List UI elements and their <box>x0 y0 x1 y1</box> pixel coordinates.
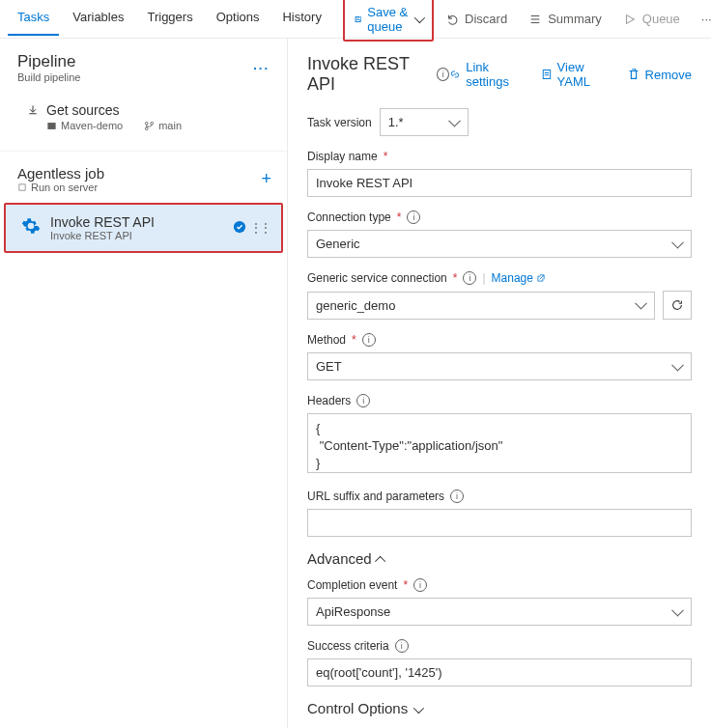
svg-rect-7 <box>47 123 55 129</box>
info-icon[interactable]: i <box>356 394 370 407</box>
link-icon <box>449 68 461 81</box>
success-criteria-label: Success criteria <box>307 639 389 653</box>
headers-textarea[interactable] <box>307 413 692 473</box>
svg-rect-2 <box>356 19 360 21</box>
drag-handle-icon[interactable]: ⋮⋮ <box>250 221 270 235</box>
task-item[interactable]: Invoke REST API Invoke REST API ⋮⋮ <box>6 205 281 251</box>
gear-icon <box>21 216 41 240</box>
svg-point-10 <box>151 122 154 125</box>
advanced-section-toggle[interactable]: Advanced <box>307 550 692 567</box>
more-button[interactable]: ··· <box>692 6 711 32</box>
task-version-select[interactable] <box>380 108 469 136</box>
external-icon <box>536 273 546 283</box>
connection-type-select[interactable] <box>307 230 692 258</box>
repo-icon <box>46 121 57 131</box>
top-bar: Tasks Variables Triggers Options History… <box>0 0 711 39</box>
task-subtitle: Invoke REST API <box>50 230 155 241</box>
manage-link[interactable]: Manage <box>492 271 546 285</box>
service-connection-label: Generic service connection <box>307 271 447 285</box>
url-suffix-label: URL suffix and parameters <box>307 490 444 503</box>
undo-icon <box>445 13 459 26</box>
svg-point-9 <box>146 126 149 129</box>
left-panel: Pipeline Build pipeline ··· Get sources … <box>0 39 288 728</box>
connection-type-label: Connection type <box>307 210 391 224</box>
trash-icon <box>627 68 640 81</box>
display-name-label: Display name <box>307 150 378 163</box>
pipeline-subtitle: Build pipeline <box>17 71 80 83</box>
completion-event-label: Completion event <box>307 578 397 592</box>
pipeline-header[interactable]: Pipeline Build pipeline ··· <box>0 39 287 93</box>
add-task-button[interactable]: + <box>261 169 271 189</box>
right-panel: Invoke REST API i Link settings View YAM… <box>288 39 711 728</box>
yaml-icon <box>541 68 553 81</box>
tab-tasks[interactable]: Tasks <box>8 2 59 36</box>
queue-button[interactable]: Queue <box>613 6 690 32</box>
svg-rect-1 <box>356 16 359 18</box>
chevron-down-icon <box>414 12 422 26</box>
branch-icon <box>144 121 155 131</box>
download-icon <box>27 104 39 116</box>
service-connection-select[interactable] <box>307 292 655 320</box>
tab-options[interactable]: Options <box>207 2 270 36</box>
tab-bar: Tasks Variables Triggers Options History <box>8 2 331 36</box>
list-icon <box>528 13 542 26</box>
svg-rect-11 <box>19 184 25 190</box>
view-yaml-button[interactable]: View YAML <box>541 60 611 89</box>
queue-label: Queue <box>642 12 680 26</box>
job-title: Agentless job <box>17 165 104 182</box>
url-suffix-input[interactable] <box>307 509 692 537</box>
toolbar: Save & queue Discard Summary Queue ··· <box>343 0 711 42</box>
info-icon[interactable]: i <box>463 271 476 285</box>
success-criteria-input[interactable] <box>307 658 692 686</box>
repo-name: Maven-demo <box>46 120 123 131</box>
job-header[interactable]: Agentless job Run on server + <box>0 151 287 201</box>
info-icon[interactable]: i <box>437 68 449 81</box>
get-sources[interactable]: Get sources Maven-demo main <box>0 93 287 141</box>
task-version-label: Task version <box>307 116 372 129</box>
display-name-input[interactable] <box>307 169 692 197</box>
refresh-icon <box>670 298 684 312</box>
method-select[interactable] <box>307 352 692 380</box>
svg-rect-13 <box>543 70 550 79</box>
discard-button[interactable]: Discard <box>436 6 517 32</box>
completion-event-select[interactable] <box>307 598 692 626</box>
info-icon[interactable]: i <box>450 490 464 503</box>
chevron-up-icon <box>378 550 385 567</box>
server-icon <box>17 182 27 192</box>
headers-label: Headers <box>307 394 351 407</box>
svg-point-8 <box>146 122 149 125</box>
summary-button[interactable]: Summary <box>519 6 611 32</box>
tab-history[interactable]: History <box>272 2 330 36</box>
tab-triggers[interactable]: Triggers <box>137 2 202 36</box>
task-selected-highlight: Invoke REST API Invoke REST API ⋮⋮ <box>4 203 283 253</box>
link-settings-button[interactable]: Link settings <box>449 60 525 89</box>
discard-label: Discard <box>465 12 507 26</box>
info-icon[interactable]: i <box>395 639 409 653</box>
branch-name: main <box>144 120 182 131</box>
info-icon[interactable]: i <box>407 210 420 224</box>
info-icon[interactable]: i <box>413 578 427 592</box>
pipeline-more-button[interactable]: ··· <box>253 61 270 75</box>
check-icon <box>233 220 246 237</box>
pane-title: Invoke REST API <box>307 54 429 95</box>
play-icon <box>623 13 637 26</box>
summary-label: Summary <box>548 12 602 26</box>
info-icon[interactable]: i <box>362 333 376 347</box>
get-sources-title: Get sources <box>46 102 119 118</box>
chevron-down-icon <box>413 700 421 716</box>
method-label: Method <box>307 333 346 347</box>
save-queue-label: Save & queue <box>367 5 409 34</box>
job-subtitle: Run on server <box>17 182 104 193</box>
task-title: Invoke REST API <box>50 214 155 230</box>
control-options-toggle[interactable]: Control Options <box>307 700 692 716</box>
save-queue-button[interactable]: Save & queue <box>343 0 434 42</box>
remove-button[interactable]: Remove <box>627 60 692 89</box>
tab-variables[interactable]: Variables <box>63 2 133 36</box>
save-icon <box>355 13 361 26</box>
pipeline-title: Pipeline <box>17 52 80 71</box>
refresh-button[interactable] <box>663 291 692 320</box>
svg-marker-6 <box>626 14 634 23</box>
